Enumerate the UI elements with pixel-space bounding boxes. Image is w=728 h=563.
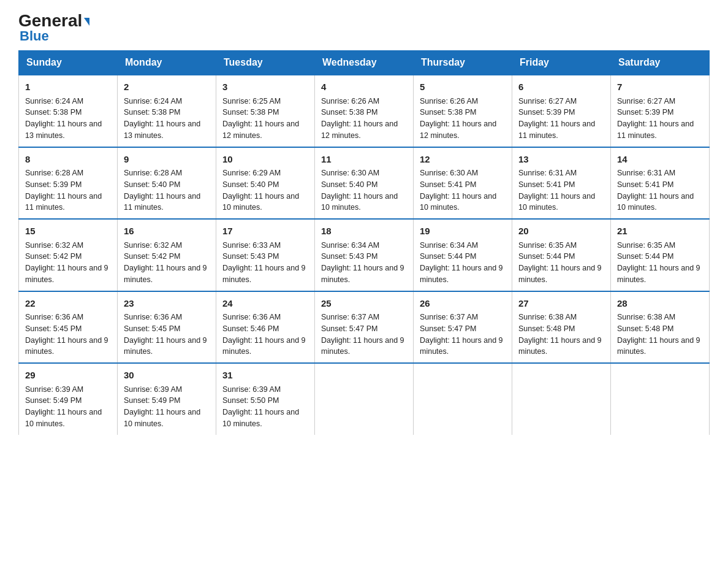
day-cell-2: 2Sunrise: 6:24 AMSunset: 5:38 PMDaylight… bbox=[118, 75, 216, 147]
daylight-text: Daylight: 11 hours and 12 minutes. bbox=[222, 118, 308, 142]
sunset-text: Sunset: 5:45 PM bbox=[124, 323, 210, 335]
day-cell-25: 25Sunrise: 6:37 AMSunset: 5:47 PMDayligh… bbox=[315, 291, 414, 364]
weekday-header-monday: Monday bbox=[118, 51, 216, 75]
sunrise-text: Sunrise: 6:39 AM bbox=[25, 384, 111, 396]
week-row-3: 15Sunrise: 6:32 AMSunset: 5:42 PMDayligh… bbox=[19, 219, 710, 291]
sunrise-text: Sunrise: 6:26 AM bbox=[420, 96, 506, 107]
sunset-text: Sunset: 5:38 PM bbox=[321, 107, 407, 118]
day-cell-13: 13Sunrise: 6:31 AMSunset: 5:41 PMDayligh… bbox=[512, 147, 611, 220]
daylight-text: Daylight: 11 hours and 9 minutes. bbox=[420, 262, 506, 286]
sunrise-text: Sunrise: 6:28 AM bbox=[124, 167, 210, 179]
sunrise-text: Sunrise: 6:30 AM bbox=[321, 167, 407, 179]
day-number: 25 bbox=[321, 297, 407, 311]
day-number: 22 bbox=[25, 297, 111, 311]
day-cell-5: 5Sunrise: 6:26 AMSunset: 5:38 PMDaylight… bbox=[414, 75, 512, 147]
daylight-text: Daylight: 11 hours and 11 minutes. bbox=[124, 191, 210, 214]
calendar-table: SundayMondayTuesdayWednesdayThursdayFrid… bbox=[18, 50, 710, 435]
day-number: 28 bbox=[617, 297, 703, 311]
sunrise-text: Sunrise: 6:27 AM bbox=[518, 96, 604, 107]
empty-cell bbox=[512, 363, 611, 435]
day-cell-21: 21Sunrise: 6:35 AMSunset: 5:44 PMDayligh… bbox=[611, 219, 710, 291]
sunrise-text: Sunrise: 6:27 AM bbox=[617, 96, 703, 107]
day-cell-22: 22Sunrise: 6:36 AMSunset: 5:45 PMDayligh… bbox=[19, 291, 118, 364]
sunrise-text: Sunrise: 6:36 AM bbox=[124, 312, 210, 323]
weekday-header-saturday: Saturday bbox=[611, 51, 710, 75]
day-cell-1: 1Sunrise: 6:24 AMSunset: 5:38 PMDaylight… bbox=[19, 75, 118, 147]
daylight-text: Daylight: 11 hours and 9 minutes. bbox=[617, 335, 703, 358]
day-number: 16 bbox=[124, 224, 210, 239]
sunrise-text: Sunrise: 6:39 AM bbox=[222, 384, 308, 396]
weekday-header-sunday: Sunday bbox=[19, 51, 118, 75]
sunrise-text: Sunrise: 6:38 AM bbox=[518, 312, 604, 323]
daylight-text: Daylight: 11 hours and 9 minutes. bbox=[25, 262, 111, 286]
day-number: 1 bbox=[25, 80, 111, 94]
daylight-text: Daylight: 11 hours and 10 minutes. bbox=[518, 191, 604, 214]
sunset-text: Sunset: 5:39 PM bbox=[518, 107, 604, 118]
week-row-4: 22Sunrise: 6:36 AMSunset: 5:45 PMDayligh… bbox=[19, 291, 710, 364]
daylight-text: Daylight: 11 hours and 12 minutes. bbox=[321, 118, 407, 142]
sunrise-text: Sunrise: 6:32 AM bbox=[124, 240, 210, 251]
day-number: 10 bbox=[222, 153, 308, 167]
day-number: 17 bbox=[222, 224, 308, 239]
sunrise-text: Sunrise: 6:24 AM bbox=[124, 96, 210, 107]
sunset-text: Sunset: 5:41 PM bbox=[518, 179, 604, 191]
day-cell-14: 14Sunrise: 6:31 AMSunset: 5:41 PMDayligh… bbox=[611, 147, 710, 220]
sunrise-text: Sunrise: 6:30 AM bbox=[420, 167, 506, 179]
sunrise-text: Sunrise: 6:37 AM bbox=[420, 312, 506, 323]
empty-cell bbox=[414, 363, 512, 435]
day-number: 13 bbox=[518, 153, 604, 167]
day-cell-7: 7Sunrise: 6:27 AMSunset: 5:39 PMDaylight… bbox=[611, 75, 710, 147]
daylight-text: Daylight: 11 hours and 11 minutes. bbox=[518, 118, 604, 142]
day-cell-16: 16Sunrise: 6:32 AMSunset: 5:42 PMDayligh… bbox=[118, 219, 216, 291]
daylight-text: Daylight: 11 hours and 9 minutes. bbox=[222, 335, 308, 358]
sunset-text: Sunset: 5:46 PM bbox=[222, 323, 308, 335]
daylight-text: Daylight: 11 hours and 9 minutes. bbox=[518, 335, 604, 358]
day-number: 2 bbox=[124, 80, 210, 94]
sunset-text: Sunset: 5:48 PM bbox=[518, 323, 604, 335]
daylight-text: Daylight: 11 hours and 9 minutes. bbox=[518, 262, 604, 286]
calendar-body: 1Sunrise: 6:24 AMSunset: 5:38 PMDaylight… bbox=[19, 75, 710, 435]
empty-cell bbox=[315, 363, 414, 435]
day-cell-3: 3Sunrise: 6:25 AMSunset: 5:38 PMDaylight… bbox=[216, 75, 315, 147]
daylight-text: Daylight: 11 hours and 10 minutes. bbox=[617, 191, 703, 214]
sunset-text: Sunset: 5:47 PM bbox=[321, 323, 407, 335]
daylight-text: Daylight: 11 hours and 9 minutes. bbox=[321, 335, 407, 358]
sunset-text: Sunset: 5:44 PM bbox=[617, 251, 703, 262]
day-number: 11 bbox=[321, 153, 407, 167]
day-cell-24: 24Sunrise: 6:36 AMSunset: 5:46 PMDayligh… bbox=[216, 291, 315, 364]
sunrise-text: Sunrise: 6:36 AM bbox=[25, 312, 111, 323]
daylight-text: Daylight: 11 hours and 9 minutes. bbox=[321, 262, 407, 286]
daylight-text: Daylight: 11 hours and 10 minutes. bbox=[420, 191, 506, 214]
sunset-text: Sunset: 5:41 PM bbox=[617, 179, 703, 191]
day-cell-10: 10Sunrise: 6:29 AMSunset: 5:40 PMDayligh… bbox=[216, 147, 315, 220]
day-cell-8: 8Sunrise: 6:28 AMSunset: 5:39 PMDaylight… bbox=[19, 147, 118, 220]
day-number: 18 bbox=[321, 224, 407, 239]
day-number: 23 bbox=[124, 297, 210, 311]
daylight-text: Daylight: 11 hours and 9 minutes. bbox=[420, 335, 506, 358]
day-cell-26: 26Sunrise: 6:37 AMSunset: 5:47 PMDayligh… bbox=[414, 291, 512, 364]
daylight-text: Daylight: 11 hours and 11 minutes. bbox=[617, 118, 703, 142]
sunset-text: Sunset: 5:38 PM bbox=[420, 107, 506, 118]
sunset-text: Sunset: 5:44 PM bbox=[420, 251, 506, 262]
day-cell-6: 6Sunrise: 6:27 AMSunset: 5:39 PMDaylight… bbox=[512, 75, 611, 147]
sunset-text: Sunset: 5:41 PM bbox=[420, 179, 506, 191]
weekday-header-wednesday: Wednesday bbox=[315, 51, 414, 75]
daylight-text: Daylight: 11 hours and 9 minutes. bbox=[124, 262, 210, 286]
day-cell-29: 29Sunrise: 6:39 AMSunset: 5:49 PMDayligh… bbox=[19, 363, 118, 435]
daylight-text: Daylight: 11 hours and 12 minutes. bbox=[420, 118, 506, 142]
day-number: 8 bbox=[25, 153, 111, 167]
day-number: 7 bbox=[617, 80, 703, 94]
weekday-header-row: SundayMondayTuesdayWednesdayThursdayFrid… bbox=[19, 51, 710, 75]
daylight-text: Daylight: 11 hours and 9 minutes. bbox=[222, 262, 308, 286]
day-number: 27 bbox=[518, 297, 604, 311]
day-number: 4 bbox=[321, 80, 407, 94]
sunset-text: Sunset: 5:43 PM bbox=[321, 251, 407, 262]
sunset-text: Sunset: 5:42 PM bbox=[124, 251, 210, 262]
sunset-text: Sunset: 5:49 PM bbox=[124, 395, 210, 407]
daylight-text: Daylight: 11 hours and 13 minutes. bbox=[124, 118, 210, 142]
day-cell-17: 17Sunrise: 6:33 AMSunset: 5:43 PMDayligh… bbox=[216, 219, 315, 291]
sunset-text: Sunset: 5:49 PM bbox=[25, 395, 111, 407]
day-cell-23: 23Sunrise: 6:36 AMSunset: 5:45 PMDayligh… bbox=[118, 291, 216, 364]
sunset-text: Sunset: 5:44 PM bbox=[518, 251, 604, 262]
sunset-text: Sunset: 5:40 PM bbox=[124, 179, 210, 191]
